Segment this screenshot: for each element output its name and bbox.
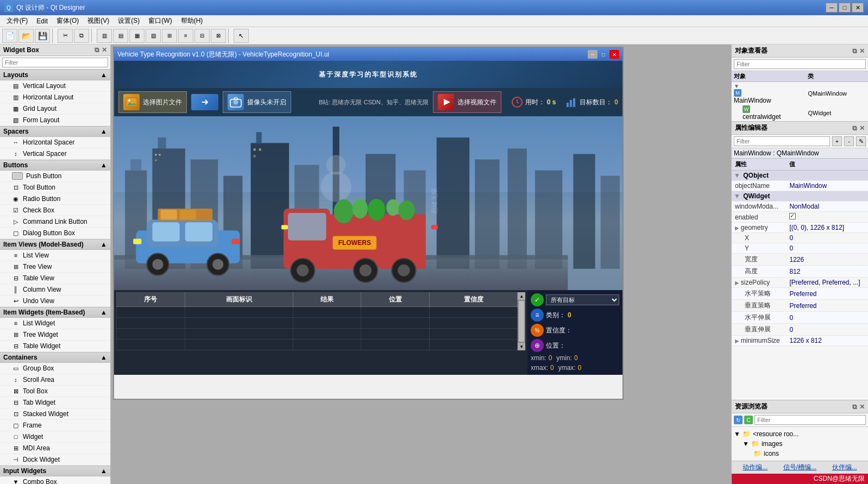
res-browser-float[interactable]: ⧉: [852, 403, 857, 411]
prop-y[interactable]: Y 0: [732, 243, 868, 254]
maximize-button[interactable]: □: [839, 3, 851, 12]
minimize-button[interactable]: ─: [826, 3, 838, 12]
prop-windowmodal[interactable]: windowModa... NonModal: [732, 202, 868, 212]
widget-table-view[interactable]: ⊟ Table View: [0, 273, 110, 284]
widget-tool-box[interactable]: ⊠ Tool Box: [0, 386, 110, 397]
widget-box-float[interactable]: ⧉: [95, 46, 99, 54]
widget-scroll-area[interactable]: ↕ Scroll Area: [0, 374, 110, 386]
category-containers[interactable]: Containers ▲: [0, 352, 110, 363]
toolbar-layout6[interactable]: ≡: [178, 29, 193, 43]
prop-v-stretch[interactable]: 垂直伸展 0: [732, 324, 868, 336]
prop-h-stretch[interactable]: 水平伸展 0: [732, 312, 868, 324]
res-refresh-btn[interactable]: ↻: [734, 416, 743, 424]
widget-v-spacer[interactable]: ↕ Vertical Spacer: [0, 148, 110, 160]
widget-box-close[interactable]: ✕: [102, 46, 107, 54]
res-icons[interactable]: 📁 icons: [734, 449, 866, 458]
design-close[interactable]: ✕: [609, 50, 619, 59]
inspector-close[interactable]: ✕: [859, 47, 865, 55]
widget-command-link[interactable]: ▷ Command Link Button: [0, 216, 110, 228]
category-spacers[interactable]: Spacers ▲: [0, 126, 110, 137]
mainwindow-expand-arrow[interactable]: ▼: [734, 83, 739, 89]
prop-filter-input[interactable]: [734, 136, 830, 146]
widget-radio-button[interactable]: ◉ Radio Button: [0, 193, 110, 205]
camera-btn[interactable]: 摄像头未开启: [223, 91, 291, 113]
prop-width[interactable]: 宽度 1226: [732, 254, 868, 266]
prop-edit-btn[interactable]: ✎: [856, 136, 866, 146]
select-image-btn[interactable]: 选择图片文件: [118, 91, 187, 113]
prop-x[interactable]: X 0: [732, 233, 868, 243]
widget-dialog-button[interactable]: ▢ Dialog Button Box: [0, 228, 110, 239]
prop-minsize[interactable]: ▶ minimumSize 1226 x 812: [732, 336, 868, 346]
widget-list-widget[interactable]: ≡ List Widget: [0, 318, 110, 329]
widget-dock-widget[interactable]: ⊣ Dock Widget: [0, 454, 110, 466]
menu-view[interactable]: 视图(V): [83, 15, 114, 27]
prop-add-btn[interactable]: +: [832, 136, 842, 146]
category-item-views[interactable]: Item Views (Model-Based) ▲: [0, 239, 110, 250]
widget-form-layout[interactable]: ▧ Form Layout: [0, 115, 110, 126]
design-minimize[interactable]: ─: [588, 50, 597, 59]
widget-h-spacer[interactable]: ↔ Horizontal Spacer: [0, 137, 110, 148]
widget-vertical-layout[interactable]: ▤ Vertical Layout: [0, 80, 110, 92]
prop-enabled[interactable]: enabled: [732, 212, 868, 223]
widget-table-widget[interactable]: ⊟ Table Widget: [0, 341, 110, 352]
res-root[interactable]: ▼ 📁 <resource roo...: [734, 429, 866, 439]
inspector-filter-input[interactable]: [734, 59, 866, 69]
prop-v-policy[interactable]: 垂直策略 Preferred: [732, 300, 868, 312]
scroll-up[interactable]: ▲: [518, 292, 525, 300]
widget-stacked-widget[interactable]: ⊡ Stacked Widget: [0, 408, 110, 420]
widget-frame[interactable]: ▢ Frame: [0, 420, 110, 431]
menu-settings[interactable]: 设置(S): [114, 15, 144, 27]
toolbar-layout5[interactable]: ⊞: [162, 29, 177, 43]
widget-filter-input[interactable]: [2, 58, 108, 67]
menu-window[interactable]: 窗口(W): [144, 15, 176, 27]
widget-check-box[interactable]: ☑ Check Box: [0, 205, 110, 216]
widget-widget[interactable]: □ Widget: [0, 431, 110, 443]
action-link-1[interactable]: 动作编...: [743, 463, 768, 472]
res-filter-input[interactable]: [754, 415, 866, 425]
prop-height[interactable]: 高度 812: [732, 266, 868, 278]
prop-editor-close[interactable]: ✕: [859, 124, 865, 132]
widget-tree-view[interactable]: ⊞ Tree View: [0, 261, 110, 273]
inspector-row-mainwindow[interactable]: ▼ M MainWindow QMainWindow: [732, 82, 868, 105]
res-browser-close[interactable]: ✕: [859, 403, 865, 411]
category-input-widgets[interactable]: Input Widgets ▲: [0, 466, 110, 476]
toolbar-copy[interactable]: ⧉: [74, 29, 89, 43]
inspector-float[interactable]: ⧉: [852, 47, 857, 55]
toolbar-layout2[interactable]: ▤: [113, 29, 128, 43]
menu-file[interactable]: 文件(F): [2, 15, 32, 27]
toolbar-pointer[interactable]: ↖: [234, 29, 249, 43]
toolbar-layout4[interactable]: ▧: [146, 29, 161, 43]
select-video-btn[interactable]: 选择视频文件: [433, 91, 501, 113]
widget-combo-box[interactable]: ▼ Combo Box: [0, 476, 110, 484]
prop-geometry[interactable]: ▶ geometry [(0, 0), 1226 x 812]: [732, 223, 868, 233]
prop-editor-float[interactable]: ⧉: [852, 124, 857, 132]
widget-column-view[interactable]: ║ Column View: [0, 284, 110, 296]
toolbar-layout1[interactable]: ▥: [97, 29, 112, 43]
toolbar-open[interactable]: 📂: [18, 29, 34, 43]
widget-horizontal-layout[interactable]: ▥ Horizontal Layout: [0, 92, 110, 103]
scroll-down[interactable]: ▼: [518, 343, 525, 350]
widget-group-box[interactable]: ▭ Group Box: [0, 363, 110, 374]
widget-tool-button[interactable]: ⊡ Tool Button: [0, 182, 110, 193]
widget-grid-layout[interactable]: ▦ Grid Layout: [0, 103, 110, 115]
table-scrollbar[interactable]: ▲ ▼: [518, 292, 525, 350]
menu-edit[interactable]: Edit: [32, 16, 52, 26]
category-layouts[interactable]: Layouts ▲: [0, 70, 110, 80]
menu-form[interactable]: 窗体(O): [52, 15, 83, 27]
toolbar-cut[interactable]: ✂: [58, 29, 73, 43]
widget-mdi-area[interactable]: ⊞ MDI Area: [0, 443, 110, 454]
widget-undo-view[interactable]: ↩ Undo View: [0, 296, 110, 307]
prop-sizepolicy[interactable]: ▶ sizePolicy [Preferred, Preferred, ...]: [732, 278, 868, 288]
action-link-3[interactable]: 伙伴编...: [832, 463, 857, 472]
enabled-checkbox[interactable]: [789, 213, 796, 219]
prop-minus-btn[interactable]: -: [844, 136, 854, 146]
res-images[interactable]: ▼ 📁 images: [734, 439, 866, 449]
action-link-2[interactable]: 信号/槽编...: [783, 463, 816, 472]
category-buttons[interactable]: Buttons ▲: [0, 160, 110, 171]
inspector-row-centralwidget[interactable]: W centralwidget QWidget: [732, 105, 868, 121]
toolbar-new[interactable]: 📄: [2, 29, 17, 43]
design-restore[interactable]: □: [599, 50, 608, 59]
menu-help[interactable]: 帮助(H): [177, 15, 207, 27]
toolbar-layout8[interactable]: ⊠: [211, 29, 226, 43]
widget-tab-widget[interactable]: ⊟ Tab Widget: [0, 397, 110, 408]
